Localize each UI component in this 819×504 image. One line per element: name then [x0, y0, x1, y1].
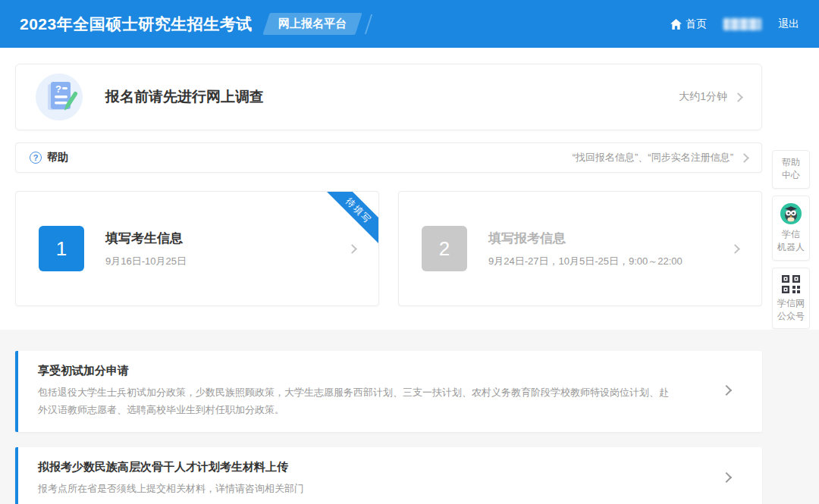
- side-widgets: 帮助 中心 学信 机器人: [772, 150, 810, 336]
- qr-label-line2: 公众号: [774, 310, 808, 323]
- svg-text:?: ?: [55, 83, 61, 95]
- qr-code-icon: [781, 274, 801, 294]
- notice-minority-program-upload[interactable]: 拟报考少数民族高层次骨干人才计划考生材料上传 报考点所在省是否须线上提交相关材料…: [15, 447, 762, 504]
- step-date: 9月16日-10月25日: [105, 255, 187, 268]
- step-date: 9月24日-27日，10月5日-25日，9:00～22:00: [488, 255, 682, 268]
- home-link-label: 首页: [686, 17, 707, 31]
- help-bar[interactable]: ? 帮助 “找回报名信息”、“同步实名注册信息”: [15, 142, 762, 173]
- notice-description: 包括退役大学生士兵初试加分政策，少数民族照顾政策，大学生志愿服务西部计划、三支一…: [38, 384, 671, 419]
- chevron-right-icon: [347, 244, 357, 254]
- survey-banner[interactable]: ? 报名前请先进行网上调查 大约1分钟: [15, 64, 762, 130]
- header: 2023年全国硕士研究生招生考试 网上报名平台 首页 退出: [0, 0, 819, 48]
- chatbot-label-line2: 机器人: [774, 241, 808, 254]
- chevron-right-icon: [730, 244, 740, 254]
- badge-slash-decoration: [365, 14, 372, 34]
- steps-row: 待填写 1 填写考生信息 9月16日-10月25日 2 填写报考信息 9月24日…: [15, 191, 762, 306]
- help-label-group: ? 帮助: [30, 151, 68, 164]
- main-content: ? 报名前请先进行网上调查 大约1分钟 ? 帮助 “找回报名信息”、“同步实名注…: [15, 48, 762, 306]
- notice-title: 享受初试加分申请: [38, 364, 671, 378]
- home-icon: [670, 19, 682, 30]
- survey-title: 报名前请先进行网上调查: [105, 87, 264, 107]
- help-links[interactable]: “找回报名信息”、“同步实名注册信息”: [573, 151, 748, 164]
- chevron-right-icon: [739, 153, 749, 163]
- chevron-right-icon: [721, 385, 732, 396]
- username-redacted[interactable]: [723, 18, 761, 30]
- notice-description: 报考点所在省是否须线上提交相关材料，详情请咨询相关部门: [38, 481, 671, 498]
- step-number-2: 2: [422, 226, 467, 271]
- home-link[interactable]: 首页: [670, 17, 707, 31]
- qr-official-account-widget[interactable]: 学信网 公众号: [772, 268, 810, 330]
- step-text: 填写考生信息 9月16日-10月25日: [105, 230, 187, 268]
- chatbot-widget[interactable]: 学信 机器人: [772, 196, 810, 261]
- page-title: 2023年全国硕士研究生招生考试: [20, 14, 253, 35]
- header-nav: 首页 退出: [670, 17, 799, 31]
- chatbot-label-line1: 学信: [774, 228, 808, 241]
- chevron-right-icon: [733, 92, 743, 102]
- help-center-label-line2: 中心: [774, 169, 808, 182]
- platform-badge: 网上报名平台: [266, 13, 369, 35]
- notice-section: 享受初试加分申请 包括退役大学生士兵初试加分政策，少数民族照顾政策，大学生志愿服…: [0, 330, 819, 504]
- step-text: 填写报考信息 9月24日-27日，10月5日-25日，9:00～22:00: [488, 230, 682, 268]
- survey-duration: 大约1分钟: [679, 90, 742, 104]
- help-question-icon: ?: [30, 152, 42, 164]
- help-center-widget[interactable]: 帮助 中心: [772, 150, 810, 189]
- platform-badge-label: 网上报名平台: [278, 17, 347, 31]
- chatbot-robot-icon: [780, 202, 802, 225]
- qr-label-line1: 学信网: [774, 297, 808, 310]
- notice-bonus-points[interactable]: 享受初试加分申请 包括退役大学生士兵初试加分政策，少数民族照顾政策，大学生志愿服…: [15, 351, 762, 432]
- survey-document-icon: ?: [36, 74, 83, 121]
- survey-duration-label: 大约1分钟: [679, 90, 727, 104]
- pending-ribbon: 待填写: [323, 191, 379, 246]
- chevron-right-icon: [721, 472, 732, 483]
- notice-title: 拟报考少数民族高层次骨干人才计划考生材料上传: [38, 460, 671, 474]
- step-number-1: 1: [39, 226, 84, 271]
- logout-link[interactable]: 退出: [778, 17, 799, 31]
- step-card-fill-candidate-info[interactable]: 待填写 1 填写考生信息 9月16日-10月25日: [15, 191, 379, 306]
- help-links-label: “找回报名信息”、“同步实名注册信息”: [573, 151, 733, 164]
- help-center-label-line1: 帮助: [774, 156, 808, 169]
- help-label: 帮助: [47, 151, 68, 164]
- step-title: 填写报考信息: [488, 230, 682, 247]
- step-title: 填写考生信息: [105, 230, 187, 247]
- step-card-fill-application-info[interactable]: 2 填写报考信息 9月24日-27日，10月5日-25日，9:00～22:00: [398, 191, 762, 306]
